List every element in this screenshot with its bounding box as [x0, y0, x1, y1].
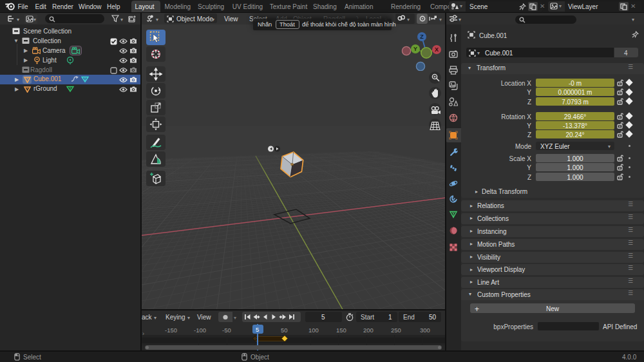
svg-text:Y: Y	[413, 46, 417, 52]
svg-text:X: X	[435, 46, 439, 53]
svg-text:Z: Z	[420, 33, 424, 40]
